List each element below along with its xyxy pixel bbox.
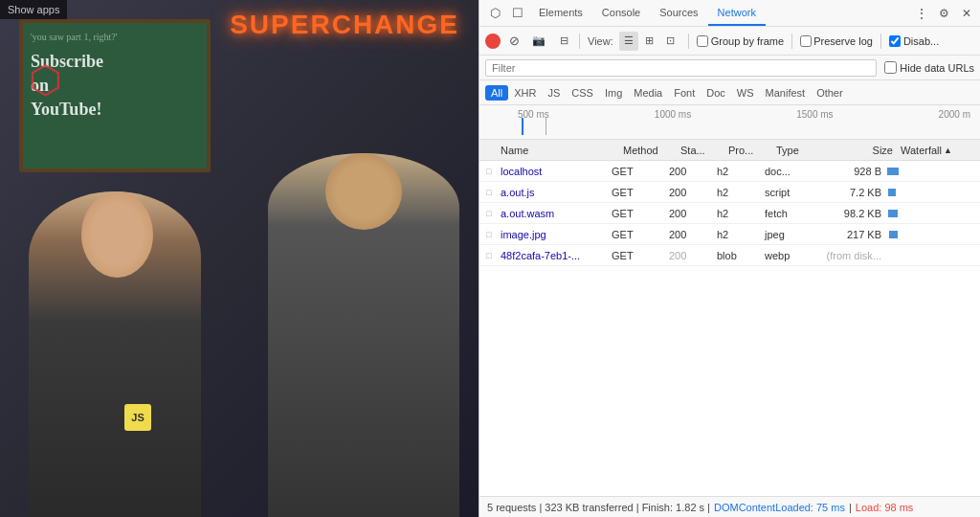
hide-data-urls-label[interactable]: Hide data URLs	[884, 61, 974, 74]
type-filter-ws[interactable]: WS	[731, 85, 760, 101]
table-row[interactable]: □ localhost GET 200 h2 doc... 928 B	[479, 161, 980, 182]
row-checkbox-4[interactable]: □	[481, 248, 497, 263]
type-filter-all[interactable]: All	[485, 85, 508, 101]
separator-3	[791, 34, 792, 49]
row-checkbox-3[interactable]: □	[481, 227, 497, 242]
type-filter-img[interactable]: Img	[599, 85, 628, 101]
header-waterfall[interactable]: Waterfall ▲	[897, 145, 980, 156]
type-filter-xhr[interactable]: XHR	[508, 85, 542, 101]
filter-icon[interactable]: ⊟	[556, 34, 571, 49]
row-method-3: GET	[608, 229, 665, 240]
disable-cache-text: Disab...	[903, 35, 939, 47]
filter-bar: Hide data URLs	[479, 56, 980, 80]
row-status-1: 200	[665, 187, 713, 198]
group-by-frame-label[interactable]: Group by frame	[697, 35, 784, 47]
header-status[interactable]: Sta...	[677, 145, 724, 156]
hide-data-urls-checkbox[interactable]	[884, 61, 897, 74]
screenshot-view-button[interactable]: ⊞	[640, 32, 659, 51]
row-checkbox-1[interactable]: □	[481, 185, 497, 200]
type-filter-media[interactable]: Media	[628, 85, 668, 101]
status-bar: 5 requests | 323 KB transferred | Finish…	[479, 496, 980, 517]
network-toolbar: ⊘ 📷 ⊟ View: ☰ ⊞ ⊡ Group by frame Preserv…	[479, 27, 980, 56]
record-button[interactable]	[485, 34, 501, 49]
row-name-1: a.out.js	[499, 187, 608, 198]
tab-sources[interactable]: Sources	[650, 0, 707, 26]
close-devtools-button[interactable]: ✕	[957, 4, 976, 23]
type-filter-manifest[interactable]: Manifest	[760, 85, 812, 101]
header-protocol[interactable]: Pro...	[724, 145, 772, 156]
group-by-frame-text: Group by frame	[711, 35, 784, 47]
separator-2	[688, 34, 689, 49]
person-left	[29, 191, 201, 517]
network-table: Name Method Sta... Pro... Type Size Wate…	[479, 140, 980, 496]
row-name-0: localhost	[499, 166, 608, 177]
tab-network[interactable]: Network	[708, 0, 766, 26]
row-size-0: 928 B	[818, 166, 885, 177]
filter-input[interactable]	[485, 59, 877, 77]
disable-cache-label[interactable]: Disab...	[889, 35, 939, 47]
sort-arrow-icon: ▲	[944, 146, 952, 155]
status-text: 5 requests | 323 KB transferred | Finish…	[487, 502, 710, 513]
settings-icon[interactable]: ⚙	[934, 4, 953, 23]
type-filter-font[interactable]: Font	[668, 85, 701, 101]
type-filter-bar: AllXHRJSCSSImgMediaFontDocWSManifestOthe…	[479, 80, 980, 105]
inspect-element-icon[interactable]: ⬡	[483, 2, 506, 25]
load-text[interactable]: Load: 98 ms	[856, 502, 914, 513]
more-tabs-button[interactable]: ⋮	[909, 6, 934, 21]
row-size-4: (from disk...	[818, 250, 885, 261]
separator-4	[880, 34, 881, 49]
header-name[interactable]: Name	[495, 145, 619, 156]
dom-content-loaded-text[interactable]: DOMContentLoaded: 75 ms	[714, 502, 845, 513]
table-row[interactable]: □ 48f2cafa-7eb1-... GET 200 blob webp (f…	[479, 245, 980, 266]
preserve-log-checkbox[interactable]	[800, 35, 812, 47]
table-row[interactable]: □ image.jpg GET 200 h2 jpeg 217 KB	[479, 224, 980, 245]
device-toggle-icon[interactable]: ☐	[506, 2, 529, 25]
angular-logo: ⬡	[29, 57, 62, 101]
row-method-2: GET	[608, 208, 665, 219]
show-apps-button[interactable]: Show apps	[0, 0, 67, 19]
header-method[interactable]: Method	[619, 145, 677, 156]
window-controls: ⚙ ✕	[934, 4, 976, 23]
row-size-3: 217 KB	[818, 229, 885, 240]
separator-1	[579, 34, 580, 49]
row-protocol-1: h2	[713, 187, 761, 198]
row-status-2: 200	[665, 208, 713, 219]
row-method-4: GET	[608, 250, 665, 261]
network-timeline: 500 ms 1000 ms 1500 ms 2000 m	[479, 105, 980, 140]
table-row[interactable]: □ a.out.wasm GET 200 h2 fetch 98.2 KB	[479, 203, 980, 224]
clear-button[interactable]: ⊘	[506, 34, 522, 49]
type-filter-doc[interactable]: Doc	[701, 85, 731, 101]
preserve-log-label[interactable]: Preserve log	[800, 35, 873, 47]
devtools-panel: ⬡ ☐ Elements Console Sources Network ⋮ ⚙…	[479, 0, 980, 517]
header-type[interactable]: Type	[772, 145, 830, 156]
list-view-button[interactable]: ☰	[619, 32, 638, 51]
type-filter-css[interactable]: CSS	[566, 85, 599, 101]
row-type-3: jpeg	[761, 229, 818, 240]
tab-console[interactable]: Console	[592, 0, 650, 26]
type-filter-js[interactable]: JS	[542, 85, 566, 101]
status-separator: |	[849, 502, 852, 513]
row-size-1: 7.2 KB	[818, 187, 885, 198]
waterfall-view-button[interactable]: ⊡	[661, 32, 680, 51]
type-filter-other[interactable]: Other	[811, 85, 849, 101]
header-size[interactable]: Size	[830, 145, 897, 156]
tab-elements[interactable]: Elements	[529, 0, 592, 26]
row-name-3: image.jpg	[499, 229, 608, 240]
preserve-log-text: Preserve log	[813, 35, 873, 47]
camera-icon[interactable]: 📷	[527, 30, 550, 53]
timeline-marker-1	[522, 118, 523, 135]
row-protocol-2: h2	[713, 208, 761, 219]
row-checkbox-2[interactable]: □	[481, 206, 497, 221]
devtools-tabs: Elements Console Sources Network	[529, 0, 909, 26]
table-row[interactable]: □ a.out.js GET 200 h2 script 7.2 KB	[479, 182, 980, 203]
table-header: Name Method Sta... Pro... Type Size Wate…	[479, 140, 980, 161]
view-icons: ☰ ⊞ ⊡	[619, 32, 680, 51]
disable-cache-checkbox[interactable]	[889, 35, 901, 47]
row-checkbox-0[interactable]: □	[481, 164, 497, 179]
person-right	[268, 153, 459, 517]
neon-sign: SUPERCHANGE	[230, 10, 459, 40]
row-waterfall-3	[885, 224, 980, 244]
timeline-bar-area	[508, 118, 970, 135]
group-by-frame-checkbox[interactable]	[697, 35, 708, 47]
row-status-4: 200	[665, 250, 713, 261]
